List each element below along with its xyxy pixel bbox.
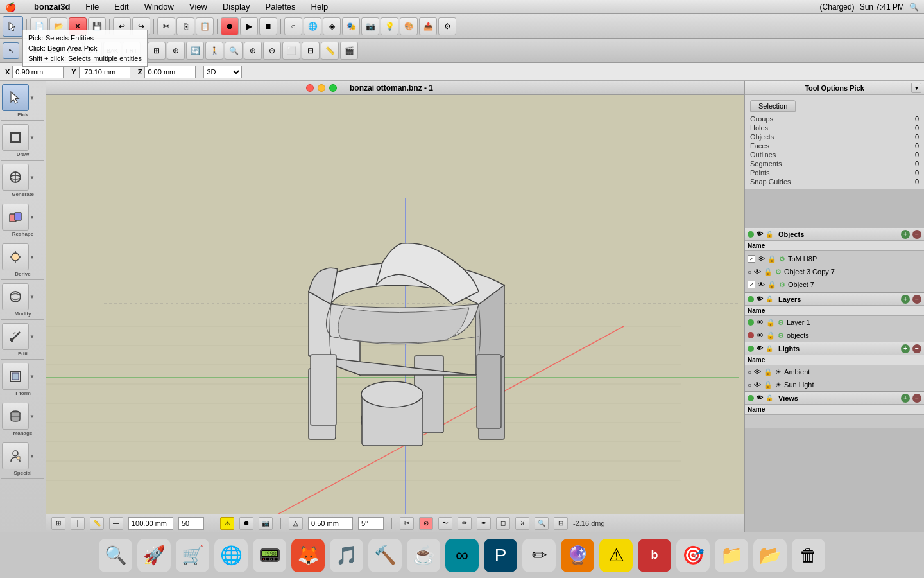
list-item[interactable]: ✓ 👁 🔒 ⚙ Object 7 [745, 278, 924, 291]
toolbar-stop[interactable]: ⏹ [259, 17, 277, 35]
light-lock-1[interactable]: 🔒 [764, 381, 773, 389]
hidden-icon-1[interactable]: ○ [748, 268, 751, 276]
dock-replicatorg[interactable]: ⚠ [599, 539, 633, 572]
list-item[interactable]: 👁 🔒 ⚙ objects [745, 329, 924, 342]
menu-bonzai3d[interactable]: bonzai3d [31, 2, 73, 12]
manage-expand[interactable]: ▼ [30, 414, 35, 419]
sidebar-pick-tool[interactable] [2, 84, 29, 111]
menu-file[interactable]: File [83, 2, 101, 12]
status-grid-icon[interactable]: ⊞ [51, 517, 65, 530]
z-input[interactable] [144, 66, 196, 78]
layer-lock-1[interactable]: 🔒 [766, 331, 775, 340]
light-eye-1[interactable]: 👁 [754, 381, 761, 389]
knife-icon[interactable]: ⚔ [515, 517, 529, 530]
search-status-icon[interactable]: 🔍 [535, 517, 549, 530]
sidebar-special-tool[interactable] [2, 442, 29, 469]
maximize-button[interactable] [329, 84, 337, 92]
list-item[interactable]: ✓ 👁 🔒 ⚙ ToM H8P [745, 252, 924, 265]
object-checkbox-2[interactable]: ✓ [748, 281, 755, 288]
grid-btn[interactable]: ⊞ [148, 42, 166, 60]
dock-launchpad[interactable]: 🚀 [137, 539, 171, 572]
objects-remove-button[interactable]: − [912, 230, 921, 239]
sidebar-reshape-tool[interactable] [2, 204, 29, 231]
curve-icon[interactable]: 〜 [438, 517, 452, 530]
no-icon[interactable]: ⊘ [419, 517, 433, 530]
modify-expand[interactable]: ▼ [30, 294, 35, 300]
menu-edit[interactable]: Edit [112, 2, 131, 12]
fit-all[interactable]: ⬜ [282, 42, 300, 60]
toolbar-camera[interactable]: 📷 [361, 17, 379, 35]
status-step-icon[interactable]: | [71, 517, 85, 530]
section-btn[interactable]: ⊟ [302, 42, 320, 60]
derive-expand[interactable]: ▼ [30, 254, 35, 260]
selection-tab[interactable]: Selection [750, 100, 796, 112]
status-camera-icon[interactable]: 📷 [259, 517, 273, 530]
dock-appstore[interactable]: 🛒 [176, 539, 209, 572]
viewport-3d[interactable] [46, 95, 744, 514]
toolbar-settings[interactable]: ⚙ [438, 17, 456, 35]
toolbar-cut[interactable]: ✂ [157, 17, 175, 35]
lock-icon-1[interactable]: 🔒 [764, 268, 773, 276]
apple-menu[interactable]: 🍎 [5, 2, 16, 12]
lights-remove-button[interactable]: − [912, 344, 921, 353]
angle-input[interactable] [358, 517, 384, 530]
toolbar-lights[interactable]: 💡 [381, 17, 398, 35]
eye-icon[interactable]: 👁 [758, 255, 765, 263]
status-ruler-icon[interactable]: — [109, 517, 123, 530]
dock-folder2[interactable]: 📂 [753, 539, 787, 572]
layer-lock-0[interactable]: 🔒 [766, 319, 775, 327]
special-expand[interactable]: ▼ [30, 453, 35, 459]
menu-palettes[interactable]: Palettes [263, 2, 298, 12]
dock-finder[interactable]: 🔍 [99, 539, 132, 572]
eye-icon-1[interactable]: 👁 [754, 268, 761, 276]
eraser-icon[interactable]: ◻ [496, 517, 510, 530]
views-add-button[interactable]: + [901, 394, 910, 403]
light-eye-0[interactable]: 👁 [754, 368, 761, 376]
dock-trash[interactable]: 🗑 [792, 539, 825, 572]
toolbar-copy[interactable]: ⎘ [176, 17, 194, 35]
menu-display[interactable]: Display [220, 2, 253, 12]
dock-unknown1[interactable]: 🎯 [676, 539, 710, 572]
dock-java[interactable]: ☕ [407, 539, 440, 572]
search-icon[interactable]: 🔍 [909, 3, 919, 12]
generate-expand[interactable]: ▼ [30, 175, 35, 180]
layer-eye-1[interactable]: 👁 [757, 331, 764, 339]
y-input[interactable] [79, 66, 130, 78]
layer-eye-0[interactable]: 👁 [757, 319, 764, 326]
settings-icon-0[interactable]: ⚙ [779, 255, 785, 263]
draw-expand[interactable]: ▼ [30, 135, 35, 141]
zoom-in[interactable]: ⊕ [244, 42, 262, 60]
layer-icon[interactable]: ⊟ [554, 517, 568, 530]
dimension-input[interactable] [128, 517, 173, 530]
dock-itunes[interactable]: 🎵 [330, 539, 363, 572]
toolbar-materials[interactable]: 🎨 [400, 17, 418, 35]
reshape-expand[interactable]: ▼ [30, 215, 35, 220]
toolbar2-pick[interactable]: ↖ [3, 42, 19, 59]
dock-processing[interactable]: P [484, 539, 517, 572]
pick-expand[interactable]: ▼ [30, 95, 35, 101]
toolbar-play[interactable]: ▶ [240, 17, 258, 35]
tform-expand[interactable]: ▼ [30, 374, 35, 380]
move-btn[interactable]: ⊕ [167, 42, 185, 60]
lights-add-button[interactable]: + [901, 344, 910, 353]
settings-icon-1[interactable]: ⚙ [775, 268, 782, 276]
lock-icon-0[interactable]: 🔒 [767, 255, 776, 263]
layers-add-button[interactable]: + [901, 295, 910, 304]
status-polygon-icon[interactable]: △ [289, 517, 303, 530]
layer-settings-0[interactable]: ⚙ [778, 319, 784, 327]
toolbar-export[interactable]: 📤 [419, 17, 437, 35]
light-lock-0[interactable]: 🔒 [764, 368, 773, 376]
dock-safari[interactable]: 🌐 [214, 539, 248, 572]
list-item[interactable]: 👁 🔒 ⚙ Layer 1 [745, 316, 924, 329]
list-item[interactable]: ○ 👁 🔒 ☀ Ambient [745, 365, 924, 378]
sidebar-draw-tool[interactable] [2, 124, 29, 151]
toolbar-sphere[interactable]: ○ [284, 17, 302, 35]
walk-btn[interactable]: 🚶 [205, 42, 223, 60]
sidebar-edit-tool[interactable] [2, 323, 29, 350]
view-select[interactable]: 3D TOP FRONT [203, 66, 242, 78]
sidebar-tform-tool[interactable] [2, 363, 29, 390]
tool-options-menu[interactable]: ▾ [911, 83, 921, 93]
pick-button[interactable] [3, 16, 23, 37]
edit-expand[interactable]: ▼ [30, 334, 35, 340]
toolbar-render[interactable]: 🎭 [342, 17, 360, 35]
